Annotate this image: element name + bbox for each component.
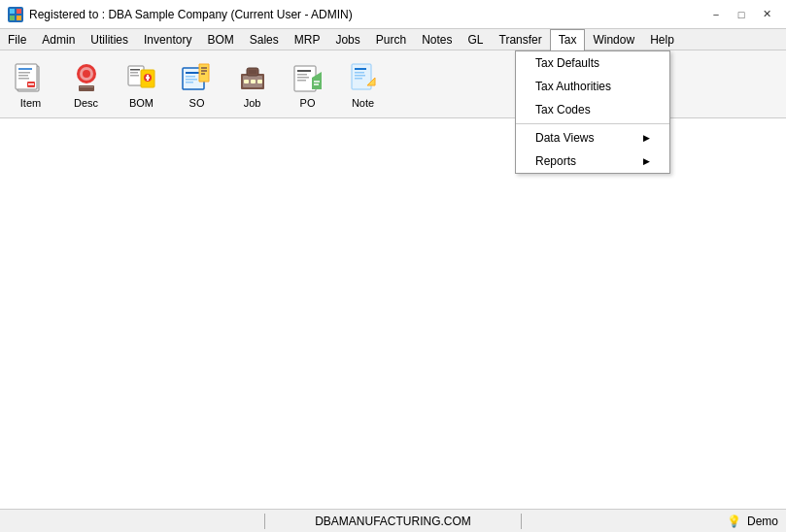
job-label: Job — [244, 97, 261, 109]
menu-admin[interactable]: Admin — [34, 29, 83, 50]
menu-tax-authorities[interactable]: Tax Authorities — [516, 75, 669, 98]
po-label: PO — [300, 97, 316, 109]
job-icon — [235, 60, 270, 95]
svg-rect-34 — [244, 80, 249, 83]
menu-tax-codes[interactable]: Tax Codes — [516, 98, 669, 121]
toolbar-item[interactable]: Item — [4, 54, 57, 115]
data-views-arrow: ▶ — [643, 133, 650, 143]
svg-rect-2 — [10, 16, 15, 20]
svg-rect-35 — [251, 80, 256, 83]
svg-rect-16 — [80, 86, 93, 87]
svg-rect-41 — [297, 80, 306, 82]
menu-file[interactable]: File — [0, 29, 34, 50]
toolbar-job[interactable]: Job — [225, 54, 279, 115]
menu-window[interactable]: Window — [585, 29, 642, 50]
desc-icon — [69, 60, 104, 95]
close-button[interactable]: ✕ — [755, 5, 778, 24]
data-views-label: Data Views — [535, 131, 594, 145]
menu-help[interactable]: Help — [642, 29, 682, 50]
svg-rect-7 — [18, 72, 30, 74]
title-bar: Registered to : DBA Sample Company (Curr… — [0, 0, 786, 29]
reports-arrow: ▶ — [643, 156, 650, 166]
svg-rect-11 — [28, 83, 34, 85]
menu-notes[interactable]: Notes — [414, 29, 460, 50]
svg-rect-18 — [130, 69, 140, 71]
so-icon — [180, 60, 215, 95]
svg-rect-6 — [18, 68, 32, 70]
menu-mrp[interactable]: MRP — [287, 29, 328, 50]
main-area — [0, 118, 786, 509]
svg-rect-8 — [18, 75, 28, 77]
note-icon — [346, 60, 381, 95]
menu-sales[interactable]: Sales — [242, 29, 287, 50]
bom-label: BOM — [129, 97, 154, 109]
svg-rect-1 — [17, 9, 21, 14]
tax-dropdown: Tax Defaults Tax Authorities Tax Codes D… — [515, 50, 670, 174]
bom-icon — [124, 60, 159, 95]
lightbulb-icon: 💡 — [727, 515, 741, 528]
toolbar-bom[interactable]: BOM — [115, 54, 168, 115]
item-label: Item — [20, 97, 41, 109]
svg-rect-43 — [355, 68, 366, 70]
svg-rect-19 — [130, 72, 138, 74]
toolbar-po[interactable]: PO — [281, 54, 334, 115]
svg-rect-29 — [186, 82, 193, 83]
svg-rect-0 — [10, 9, 15, 14]
status-bar-right: 💡 Demo — [522, 515, 778, 528]
so-label: SO — [189, 97, 205, 109]
title-bar-left: Registered to : DBA Sample Company (Curr… — [8, 7, 353, 22]
toolbar-note[interactable]: Note — [336, 54, 390, 115]
svg-rect-27 — [186, 76, 195, 78]
maximize-button[interactable]: □ — [730, 5, 753, 24]
svg-rect-40 — [297, 77, 309, 79]
menu-purch[interactable]: Purch — [368, 29, 414, 50]
menu-inventory[interactable]: Inventory — [136, 29, 199, 50]
svg-rect-15 — [79, 85, 94, 91]
menu-data-views[interactable]: Data Views ▶ — [516, 126, 669, 150]
svg-rect-33 — [249, 70, 256, 74]
menu-gl[interactable]: GL — [461, 29, 492, 50]
svg-rect-39 — [297, 74, 307, 76]
svg-rect-44 — [355, 72, 364, 74]
status-url: DBAMANUFACTURING.COM — [315, 515, 471, 528]
svg-point-14 — [83, 70, 90, 78]
svg-rect-20 — [130, 75, 139, 77]
toolbar-desc[interactable]: Desc — [59, 54, 113, 115]
svg-rect-9 — [18, 78, 29, 80]
note-label: Note — [352, 97, 374, 109]
menu-bom[interactable]: BOM — [199, 29, 241, 50]
reports-label: Reports — [535, 154, 576, 168]
svg-rect-45 — [355, 75, 365, 77]
toolbar-so[interactable]: SO — [170, 54, 223, 115]
minimize-button[interactable]: − — [704, 5, 728, 24]
menu-jobs[interactable]: Jobs — [327, 29, 367, 50]
menu-reports[interactable]: Reports ▶ — [516, 150, 669, 173]
svg-rect-38 — [297, 70, 311, 72]
item-icon — [14, 60, 49, 95]
menu-tax-defaults[interactable]: Tax Defaults — [516, 51, 669, 75]
menu-tax[interactable]: Tax — [550, 29, 586, 50]
title-text: Registered to : DBA Sample Company (Curr… — [29, 8, 353, 21]
menu-bar: File Admin Utilities Inventory BOM Sales… — [0, 29, 786, 50]
svg-rect-26 — [186, 72, 199, 74]
svg-rect-36 — [257, 80, 262, 83]
status-bar: DBAMANUFACTURING.COM 💡 Demo — [0, 509, 786, 532]
svg-rect-46 — [355, 78, 362, 80]
menu-transfer[interactable]: Transfer — [492, 29, 550, 50]
title-buttons: − □ ✕ — [704, 5, 778, 24]
svg-rect-28 — [186, 79, 197, 81]
app-icon — [8, 7, 23, 22]
svg-rect-24 — [147, 75, 149, 81]
demo-label: Demo — [747, 515, 778, 528]
menu-utilities[interactable]: Utilities — [83, 29, 136, 50]
desc-label: Desc — [74, 97, 98, 109]
po-icon — [290, 60, 325, 95]
status-bar-center: DBAMANUFACTURING.COM — [265, 515, 522, 528]
dropdown-separator — [516, 123, 669, 124]
svg-rect-3 — [17, 16, 21, 20]
